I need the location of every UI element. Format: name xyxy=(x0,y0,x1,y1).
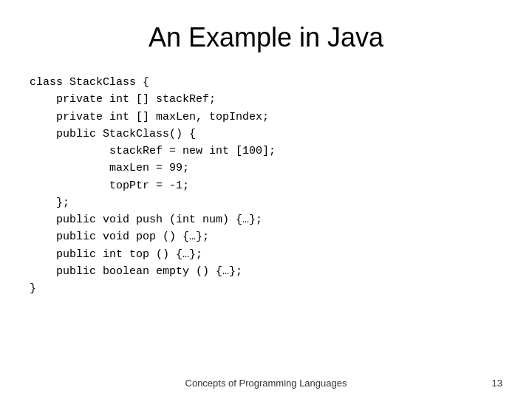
code-line: public StackClass() { xyxy=(30,126,502,143)
code-line: public int top () {…}; xyxy=(30,246,502,263)
code-line: public void push (int num) {…}; xyxy=(30,211,502,228)
code-line: private int [] maxLen, topIndex; xyxy=(30,109,502,126)
slide-title: An Example in Java xyxy=(30,22,502,53)
slide: An Example in Java class StackClass { pr… xyxy=(0,0,532,399)
code-line: public void pop () {…}; xyxy=(30,228,502,245)
code-block: class StackClass { private int [] stackR… xyxy=(30,74,502,384)
code-line: private int [] stackRef; xyxy=(30,91,502,108)
slide-footer: Concepts of Programming Languages 13 xyxy=(30,378,502,389)
code-line: class StackClass { xyxy=(30,74,502,91)
code-line: topPtr = -1; xyxy=(30,177,502,194)
code-line: }; xyxy=(30,194,502,211)
code-line: public boolean empty () {…}; xyxy=(30,263,502,280)
footer-center-text: Concepts of Programming Languages xyxy=(30,378,502,389)
footer-page-number: 13 xyxy=(492,378,502,389)
code-line: maxLen = 99; xyxy=(30,160,502,177)
code-line: stackRef = new int [100]; xyxy=(30,143,502,160)
code-line: } xyxy=(30,280,502,297)
